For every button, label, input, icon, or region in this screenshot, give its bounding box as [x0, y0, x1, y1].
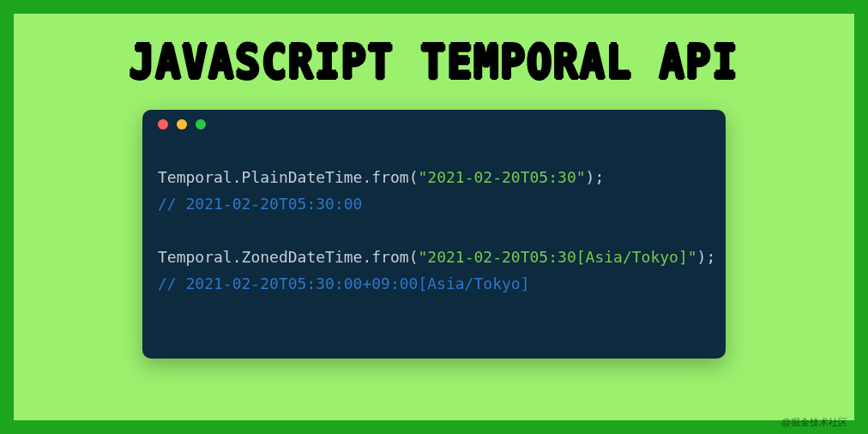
- watermark-text: @掘金技术社区: [781, 416, 847, 429]
- code-comment: // 2021-02-20T05:30:00+09:00[Asia/Tokyo]: [158, 274, 529, 292]
- maximize-icon: [196, 119, 206, 130]
- code-block: Temporal.PlainDateTime.from("2021-02-20T…: [142, 139, 726, 313]
- code-token: "2021-02-20T05:30": [418, 168, 585, 186]
- code-token: .: [362, 168, 371, 186]
- minimize-icon: [177, 119, 187, 130]
- code-token: );: [697, 248, 716, 266]
- card-frame: JAVASCRIPT TEMPORAL API Temporal.PlainDa…: [14, 14, 854, 420]
- code-token: );: [586, 168, 605, 186]
- code-token: (: [409, 168, 419, 186]
- code-token: ZonedDateTime: [242, 248, 363, 266]
- code-token: from: [371, 168, 408, 186]
- code-token: (: [409, 248, 419, 266]
- window-controls: [142, 110, 726, 139]
- code-token: .: [232, 168, 242, 186]
- code-token: PlainDateTime: [242, 168, 363, 186]
- code-token: .: [362, 248, 371, 266]
- code-comment: // 2021-02-20T05:30:00: [158, 195, 362, 213]
- code-token: Temporal: [158, 248, 232, 266]
- code-token: "2021-02-20T05:30[Asia/Tokyo]": [418, 248, 696, 266]
- code-token: from: [371, 248, 408, 266]
- code-terminal: Temporal.PlainDateTime.from("2021-02-20T…: [142, 110, 726, 359]
- code-token: .: [232, 248, 242, 266]
- close-icon: [158, 119, 168, 130]
- page-title: JAVASCRIPT TEMPORAL API: [130, 35, 739, 88]
- code-token: Temporal: [158, 168, 232, 186]
